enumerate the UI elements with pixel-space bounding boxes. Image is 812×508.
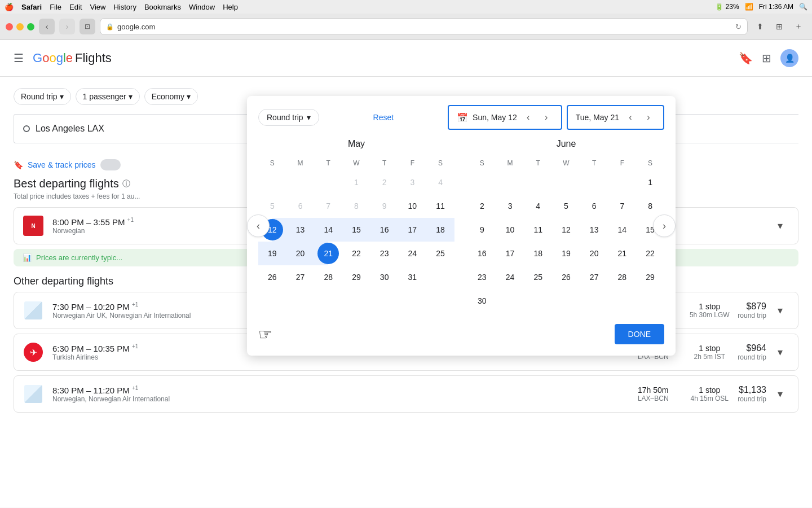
sidebar-toggle-button[interactable]: ⊡ xyxy=(80,19,95,34)
may-9-button[interactable]: 9 xyxy=(374,195,395,217)
june-17-button[interactable]: 17 xyxy=(500,243,521,264)
passengers-filter[interactable]: 1 passenger ▾ xyxy=(76,88,140,105)
june-24-cell[interactable]: 24 xyxy=(496,265,524,289)
flight-3-expand-button[interactable]: ▾ xyxy=(771,385,789,403)
june-27-cell[interactable]: 27 xyxy=(580,265,608,289)
may-23-cell[interactable]: 23 xyxy=(370,242,399,265)
may-day-10[interactable]: 10 xyxy=(399,194,427,218)
minimize-window-button[interactable] xyxy=(16,23,24,30)
may-23-button[interactable]: 23 xyxy=(374,243,395,264)
may-25-cell[interactable]: 25 xyxy=(426,242,454,265)
depart-date-selector[interactable]: 📅 Sun, May 12 ‹ › xyxy=(448,105,562,130)
may-11-button[interactable]: 11 xyxy=(430,195,451,217)
may-29-cell[interactable]: 29 xyxy=(342,265,370,289)
may-5-button[interactable]: 5 xyxy=(262,195,283,217)
may-21-cell[interactable]: 21 xyxy=(314,242,342,265)
june-27-button[interactable]: 27 xyxy=(584,266,605,288)
may-29-button[interactable]: 29 xyxy=(346,266,367,288)
june-22-cell[interactable]: 22 xyxy=(636,242,664,265)
may-24-button[interactable]: 24 xyxy=(401,243,423,264)
june-16-cell[interactable]: 16 xyxy=(468,242,496,265)
apps-grid-icon[interactable]: ⊞ xyxy=(762,51,771,65)
june-3-button[interactable]: 3 xyxy=(500,195,521,217)
june-8-cell[interactable]: 8 xyxy=(636,194,664,218)
may-6-button[interactable]: 6 xyxy=(290,195,311,217)
file-menu[interactable]: File xyxy=(50,3,61,11)
june-17-cell[interactable]: 17 xyxy=(496,242,524,265)
may-19-cell[interactable]: 19 xyxy=(258,242,286,265)
may-13-button[interactable]: 13 xyxy=(290,219,311,240)
june-7-button[interactable]: 7 xyxy=(611,195,633,217)
may-8-button[interactable]: 8 xyxy=(346,195,367,217)
june-2-button[interactable]: 2 xyxy=(471,195,493,217)
address-bar[interactable]: 🔒 google.com ↻ xyxy=(100,18,748,35)
june-22-button[interactable]: 22 xyxy=(639,243,661,264)
june-5-button[interactable]: 5 xyxy=(555,195,577,217)
june-18-button[interactable]: 18 xyxy=(527,243,549,264)
may-26-cell[interactable]: 26 xyxy=(258,265,286,289)
may-20-button[interactable]: 20 xyxy=(290,243,311,264)
may-30-cell[interactable]: 30 xyxy=(370,265,399,289)
june-21-button[interactable]: 21 xyxy=(611,243,633,264)
june-21-cell[interactable]: 21 xyxy=(608,242,637,265)
may-30-button[interactable]: 30 xyxy=(374,266,395,288)
june-29-cell[interactable]: 29 xyxy=(636,265,664,289)
hamburger-menu-icon[interactable]: ☰ xyxy=(14,51,24,65)
june-25-button[interactable]: 25 xyxy=(527,266,549,288)
bookmark-icon[interactable]: 🔖 xyxy=(739,51,753,65)
save-track-toggle[interactable] xyxy=(100,159,121,170)
june-23-button[interactable]: 23 xyxy=(471,266,493,288)
june-6-button[interactable]: 6 xyxy=(584,195,605,217)
calendar-prev-month-button[interactable]: ‹ xyxy=(247,214,270,237)
fullscreen-window-button[interactable] xyxy=(27,23,34,30)
may-21-button[interactable]: 21 xyxy=(317,243,339,264)
user-avatar[interactable]: 👤 xyxy=(780,49,798,67)
june-12-cell[interactable]: 12 xyxy=(552,218,580,242)
june-8-button[interactable]: 8 xyxy=(639,195,661,217)
cabin-filter[interactable]: Economy ▾ xyxy=(144,88,198,105)
june-26-button[interactable]: 26 xyxy=(555,266,577,288)
may-31-button[interactable]: 31 xyxy=(401,266,423,288)
june-11-button[interactable]: 11 xyxy=(527,219,549,240)
may-17-button[interactable]: 17 xyxy=(401,219,423,240)
return-date-selector[interactable]: Tue, May 21 ‹ › xyxy=(567,105,664,130)
may-20-cell[interactable]: 20 xyxy=(286,242,315,265)
flight-1-expand-button[interactable]: ▾ xyxy=(771,301,789,319)
june-30-cell[interactable]: 30 xyxy=(468,289,496,313)
add-button[interactable]: ＋ xyxy=(791,19,806,34)
june-29-button[interactable]: 29 xyxy=(639,266,661,288)
may-day-7[interactable]: 7 xyxy=(314,194,342,218)
reload-icon[interactable]: ↻ xyxy=(735,23,742,31)
forward-button[interactable]: › xyxy=(59,19,75,34)
june-7-cell[interactable]: 7 xyxy=(608,194,637,218)
may-19-button[interactable]: 19 xyxy=(262,243,283,264)
june-24-button[interactable]: 24 xyxy=(500,266,521,288)
may-25-button[interactable]: 25 xyxy=(430,243,451,264)
may-15-cell[interactable]: 15 xyxy=(342,218,370,242)
may-2-button[interactable]: 2 xyxy=(374,172,395,193)
calendar-next-month-button[interactable]: › xyxy=(653,214,676,237)
done-button[interactable]: DONE xyxy=(615,324,664,344)
trip-type-filter[interactable]: Round trip ▾ xyxy=(14,88,71,105)
may-7-button[interactable]: 7 xyxy=(317,195,339,217)
may-14-cell[interactable]: 14 xyxy=(314,218,342,242)
june-11-cell[interactable]: 11 xyxy=(524,218,552,242)
may-1-button[interactable]: 1 xyxy=(346,172,367,193)
june-14-cell[interactable]: 14 xyxy=(608,218,637,242)
june-9-cell[interactable]: 9 xyxy=(468,218,496,242)
june-16-button[interactable]: 16 xyxy=(471,243,493,264)
history-menu[interactable]: History xyxy=(113,3,136,11)
may-10-button[interactable]: 10 xyxy=(401,195,423,217)
may-28-button[interactable]: 28 xyxy=(317,266,339,288)
may-3-button[interactable]: 3 xyxy=(401,172,423,193)
june-18-cell[interactable]: 18 xyxy=(524,242,552,265)
june-14-button[interactable]: 14 xyxy=(611,219,633,240)
june-26-cell[interactable]: 26 xyxy=(552,265,580,289)
may-15-button[interactable]: 15 xyxy=(346,219,367,240)
may-day-5[interactable]: 5 xyxy=(258,194,286,218)
share-button[interactable]: ⬆ xyxy=(752,19,768,34)
june-1-button[interactable]: 1 xyxy=(639,172,661,193)
back-button[interactable]: ‹ xyxy=(39,19,55,34)
june-2-cell[interactable]: 2 xyxy=(468,194,496,218)
may-day-2[interactable]: 2 xyxy=(370,170,399,194)
